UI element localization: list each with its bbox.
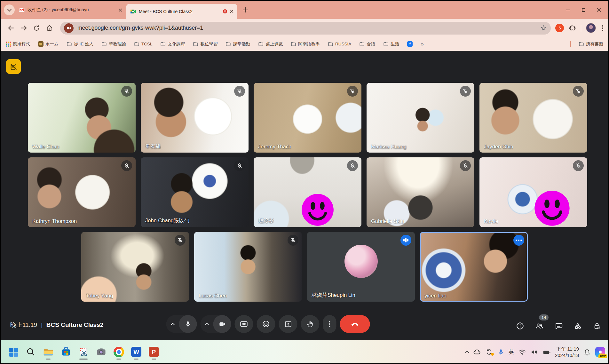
- present-screen-button[interactable]: [279, 315, 297, 333]
- back-button[interactable]: [4, 22, 17, 35]
- home-button[interactable]: [43, 22, 56, 35]
- close-tab-icon[interactable]: [119, 8, 122, 12]
- extension-icon[interactable]: [555, 24, 564, 32]
- participant-tile[interactable]: 林淑萍Sheupin Lin: [307, 232, 415, 302]
- captions-button[interactable]: [235, 315, 253, 333]
- ime-language-button[interactable]: 英: [509, 348, 514, 356]
- bookmark-folder[interactable]: TCSL: [134, 41, 153, 47]
- taskbar-clock[interactable]: 下午 11:19 2024/10/13: [555, 346, 579, 358]
- raise-hand-button[interactable]: [301, 315, 320, 333]
- participant-tile[interactable]: Walle Chan: [28, 83, 136, 153]
- mic-off-icon: [573, 86, 584, 97]
- bookmark-facebook[interactable]: f: [407, 41, 413, 47]
- volume-icon[interactable]: [530, 348, 538, 356]
- reactions-button[interactable]: [257, 315, 275, 333]
- bookmark-apps[interactable]: 應用程式: [6, 41, 30, 47]
- smiley-sticker: [301, 193, 334, 226]
- copilot-button[interactable]: PRE: [595, 347, 605, 357]
- bookmark-folder[interactable]: 課堂活動: [225, 41, 250, 47]
- forward-button[interactable]: [17, 22, 30, 35]
- people-button[interactable]: 14: [535, 321, 544, 330]
- participant-tile-self[interactable]: yicen liao: [420, 232, 528, 302]
- chevron-up-icon: [465, 351, 469, 355]
- bookmark-folder[interactable]: 食譜: [359, 41, 375, 47]
- bookmarks-overflow-button[interactable]: »: [421, 41, 423, 47]
- participant-tile[interactable]: Kathryn Thompson: [28, 157, 136, 227]
- participant-tile[interactable]: 趙泠杉: [254, 157, 361, 227]
- tray-date: 2024/10/13: [555, 352, 579, 359]
- bookmark-folder[interactable]: 桌上遊戲: [258, 41, 283, 47]
- extensions-puzzle-icon[interactable]: [569, 24, 576, 32]
- word-button[interactable]: W: [130, 343, 143, 361]
- maximize-button[interactable]: [576, 1, 591, 19]
- camera-button[interactable]: [213, 315, 231, 333]
- bookmark-folder[interactable]: 從 IE 匯入: [67, 41, 93, 47]
- mic-off-icon: [460, 160, 471, 171]
- bookmark-folder[interactable]: RUSSIA: [328, 41, 351, 47]
- activities-button[interactable]: [573, 322, 582, 330]
- tab-meet[interactable]: Meet - BCS Culture Class2: [126, 4, 237, 19]
- bookmark-folder[interactable]: 生活: [383, 41, 399, 47]
- participant-tile[interactable]: Jayden Chin: [479, 83, 587, 153]
- bookmark-folder[interactable]: 數位學習: [193, 41, 217, 47]
- battery-icon[interactable]: [542, 348, 551, 356]
- address-bar[interactable]: meet.google.com/grn-gvks-wwk?pli=1&authu…: [60, 22, 551, 35]
- participant-tile[interactable]: Lucas Chen: [194, 232, 302, 302]
- tab-gmail[interactable]: 收件匣 (2) - yicen0909@huayu: [15, 7, 126, 13]
- more-options-button[interactable]: [323, 315, 336, 333]
- participant-tile[interactable]: Jeremy Thach: [254, 83, 361, 153]
- camera-options-button[interactable]: [201, 315, 213, 333]
- gmail-icon: [19, 7, 25, 13]
- mic-off-icon: [121, 86, 132, 97]
- browser-menu-icon[interactable]: [601, 24, 605, 32]
- close-tab-icon[interactable]: [230, 10, 233, 13]
- meeting-details-button[interactable]: [516, 322, 524, 330]
- end-call-icon: [351, 320, 359, 328]
- minimize-icon: [566, 10, 570, 10]
- folder-icon: [160, 41, 166, 47]
- reload-button[interactable]: [30, 22, 43, 35]
- participant-tile[interactable]: Gabrielle Sklut: [367, 157, 474, 227]
- all-bookmarks-button[interactable]: 所有書籤: [579, 41, 603, 47]
- mic-options-button[interactable]: [166, 315, 179, 333]
- participant-tile[interactable]: Marissa Huang: [367, 83, 474, 153]
- tray-overflow-button[interactable]: [466, 350, 469, 354]
- snipping-tool-button[interactable]: [77, 343, 90, 361]
- search-button[interactable]: [24, 343, 37, 361]
- notifications-bell-icon[interactable]: [583, 348, 591, 356]
- minimize-button[interactable]: [560, 1, 576, 19]
- close-window-button[interactable]: [591, 1, 606, 19]
- participant-tile[interactable]: 畢友維: [141, 83, 249, 153]
- camera-app-button[interactable]: [94, 343, 108, 361]
- more-options-icon[interactable]: [513, 235, 524, 246]
- host-controls-button[interactable]: [593, 322, 601, 330]
- profile-avatar[interactable]: [586, 23, 596, 33]
- maximize-icon: [582, 8, 585, 12]
- sync-icon[interactable]: [485, 348, 493, 356]
- mic-button[interactable]: [179, 315, 197, 333]
- captions-icon: [240, 320, 248, 328]
- bookmark-star-icon[interactable]: [540, 25, 547, 31]
- chat-button[interactable]: [554, 322, 563, 330]
- tab-search-button[interactable]: [4, 4, 15, 15]
- powerpoint-button[interactable]: P: [147, 343, 161, 361]
- end-call-button[interactable]: [340, 315, 370, 333]
- bookmark-folder[interactable]: 華教理論: [101, 41, 126, 47]
- microsoft-store-button[interactable]: [59, 343, 73, 361]
- meet-panel-bar: 14: [516, 321, 601, 330]
- wifi-icon[interactable]: [518, 348, 526, 356]
- onedrive-icon[interactable]: [473, 348, 481, 356]
- start-button[interactable]: [6, 343, 20, 361]
- participant-tile[interactable]: Kaylie: [479, 157, 587, 227]
- new-tab-button[interactable]: [241, 5, 250, 15]
- bookmark-folder[interactable]: 文化課程: [160, 41, 185, 47]
- bookmark-home[interactable]: ホーム: [38, 41, 59, 47]
- bookmark-folder[interactable]: 閩南語教學: [291, 41, 320, 47]
- participant-tile[interactable]: John Chang張以勻: [141, 157, 249, 227]
- chrome-button[interactable]: [112, 343, 125, 361]
- participant-tile[interactable]: Tobey Yang: [81, 232, 189, 302]
- mic-in-use-icon[interactable]: [497, 349, 504, 356]
- camera-permission-icon[interactable]: [64, 23, 74, 33]
- meet-warning-chip[interactable]: [6, 59, 21, 74]
- file-explorer-button[interactable]: [42, 343, 55, 361]
